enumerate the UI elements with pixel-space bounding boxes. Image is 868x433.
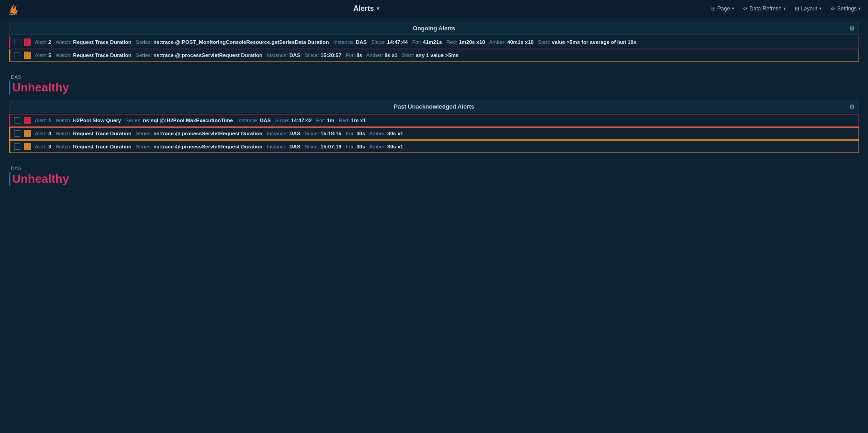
past-alert-3-color-box	[24, 143, 31, 150]
past-alert-3-instance-label: Instance:	[267, 144, 289, 149]
past-alert-4-text: Alert: 4 Watch: Request Trace Duration S…	[35, 130, 855, 137]
nav-page[interactable]: ⊞ Page ▾	[711, 5, 734, 12]
past-alert-1-series: ns:sql @:H2Pool MaxExecutionTime	[143, 118, 233, 123]
alert-2-number: 2	[48, 39, 51, 45]
nav-data-refresh-label: Data Refresh	[750, 5, 782, 12]
nav-settings[interactable]: ⚙ Settings ▾	[830, 5, 861, 12]
past-alert-1-red-label: Red:	[339, 118, 351, 123]
past-alert-1-watch: H2Pool Slow Query	[73, 118, 121, 123]
alert-5-since-label: Since:	[305, 52, 321, 58]
past-alert-4-for: 30s	[356, 131, 365, 136]
alert-5-for-label: For:	[346, 52, 357, 58]
ongoing-alerts-gear-icon[interactable]: ⚙	[849, 25, 855, 32]
page-chevron: ▾	[732, 6, 734, 11]
layout-icon: ⊟	[795, 5, 799, 12]
past-alert-4-number: 4	[48, 131, 51, 136]
alert-5-start-label: Start:	[402, 52, 416, 58]
past-alert-3-checkbox[interactable]	[14, 143, 20, 150]
past-alert-1-instance: DAS	[260, 118, 271, 123]
past-alert-3-since: 15:07:19	[321, 144, 341, 149]
alert-5-series-label: Series:	[136, 52, 153, 58]
past-alert-1-alert-label: Alert:	[35, 118, 48, 123]
past-alert-1-for: 1m	[327, 118, 335, 123]
das-ongoing-section: DAS Unhealthy	[9, 71, 859, 100]
past-alert-4-since-label: Since:	[305, 131, 321, 136]
past-alerts-gear-icon[interactable]: ⚙	[849, 103, 855, 110]
ongoing-alert-row-5: Alert: 5 Watch: Request Trace Duration S…	[9, 49, 859, 62]
alert-2-series-label: Series:	[136, 39, 153, 45]
past-alert-4-checkbox[interactable]	[14, 130, 20, 137]
nav-data-refresh[interactable]: ⟳ Data Refresh ▾	[743, 5, 786, 12]
alert-5-watch: Request Trace Duration	[73, 52, 132, 58]
alert-5-for: 8s	[356, 52, 362, 58]
past-alert-3-series: ns:trace @:processServletRequest Duratio…	[153, 144, 262, 149]
alert-5-text: Alert: 5 Watch: Request Trace Duration S…	[35, 52, 855, 59]
alert-2-amber-label: Amber:	[489, 39, 507, 45]
past-alert-1-instance-label: Instance:	[237, 118, 260, 123]
alert-2-color-box	[24, 38, 31, 46]
alert-2-checkbox[interactable]	[14, 39, 20, 45]
alert-2-instance: DAS	[356, 39, 367, 45]
alert-5-color-box	[24, 52, 31, 59]
alert-2-for: 41m21s	[423, 39, 442, 45]
past-alert-3-watch-label: Watch:	[56, 144, 73, 149]
past-alert-3-watch: Request Trace Duration	[73, 144, 132, 149]
nav-settings-label: Settings	[837, 5, 857, 12]
past-alert-4-alert-label: Alert:	[35, 131, 48, 136]
past-alert-1-color-box	[24, 117, 31, 124]
page-icon: ⊞	[711, 5, 716, 12]
past-alerts-header: Past Unacknowledged Alerts ⚙	[9, 100, 859, 113]
past-alert-4-series: ns:trace @:processServletRequest Duratio…	[153, 131, 262, 136]
settings-chevron: ▾	[859, 6, 861, 11]
past-alert-1-checkbox[interactable]	[14, 117, 20, 124]
das-ongoing-label: DAS	[9, 74, 859, 80]
das-past-section: DAS Unhealthy	[9, 162, 859, 191]
past-alert-3-instance: DAS	[289, 144, 300, 149]
das-past-label: DAS	[9, 166, 859, 171]
past-alert-4-series-label: Series:	[136, 131, 153, 136]
past-alert-row-1: Alert: 1 Watch: H2Pool Slow Query Series…	[9, 114, 859, 127]
header-center: Alerts ▾	[354, 5, 379, 13]
past-alert-1-watch-label: Watch:	[56, 118, 73, 123]
past-alert-1-for-label: For:	[316, 118, 327, 123]
payara-logo-icon: payara	[7, 1, 22, 16]
settings-icon: ⚙	[830, 5, 835, 12]
nav-layout[interactable]: ⊟ Layout ▾	[795, 5, 821, 12]
alert-5-series: ns:trace @:processServletRequest Duratio…	[153, 52, 262, 58]
layout-chevron: ▾	[819, 6, 821, 11]
past-alert-4-for-label: For:	[346, 131, 357, 136]
past-alert-1-number: 1	[48, 118, 51, 123]
past-alert-3-number: 3	[48, 144, 51, 149]
alert-2-since: 14:47:44	[387, 39, 408, 45]
past-alert-3-amber-label: Amber:	[369, 144, 387, 149]
alert-2-instance-label: Instance:	[333, 39, 356, 45]
alert-2-series: ns:trace @:POST_MonitoringConsoleResourc…	[153, 39, 329, 45]
alert-5-instance: DAS	[289, 52, 300, 58]
past-alert-3-alert-label: Alert:	[35, 144, 48, 149]
nav-layout-label: Layout	[801, 5, 817, 12]
past-alert-3-amber: 30s x1	[387, 144, 403, 149]
alert-5-alert-label: Alert:	[35, 52, 48, 58]
title-chevron[interactable]: ▾	[377, 5, 379, 12]
alert-2-amber: 40m1s x10	[507, 39, 533, 45]
past-alert-3-for: 30s	[356, 144, 365, 149]
alert-2-watch-label: Watch:	[56, 39, 73, 45]
alert-5-amber-label: Amber:	[366, 52, 384, 58]
nav-page-label: Page	[717, 5, 730, 12]
alert-2-for-label: For:	[412, 39, 423, 45]
past-alert-4-color-box	[24, 130, 31, 137]
alert-2-start: value >5ms for average of last 10x	[552, 39, 637, 45]
past-alert-1-since-label: Since:	[275, 118, 291, 123]
past-alert-3-text: Alert: 3 Watch: Request Trace Duration S…	[35, 143, 855, 150]
alert-2-since-label: Since:	[371, 39, 387, 45]
past-alert-row-3: Alert: 3 Watch: Request Trace Duration S…	[9, 140, 859, 153]
data-refresh-chevron: ▾	[783, 6, 786, 11]
alert-2-alert-label: Alert:	[35, 39, 48, 45]
past-alert-4-watch-label: Watch:	[56, 131, 73, 136]
ongoing-alerts-section: Ongoing Alerts ⚙ Alert: 2 Watch: Request…	[9, 22, 859, 62]
alert-5-checkbox[interactable]	[14, 52, 20, 58]
past-alert-1-series-label: Series:	[125, 118, 143, 123]
ongoing-alerts-title: Ongoing Alerts	[413, 25, 455, 32]
alert-5-number: 5	[48, 52, 51, 58]
alert-5-instance-label: Instance:	[267, 52, 289, 58]
